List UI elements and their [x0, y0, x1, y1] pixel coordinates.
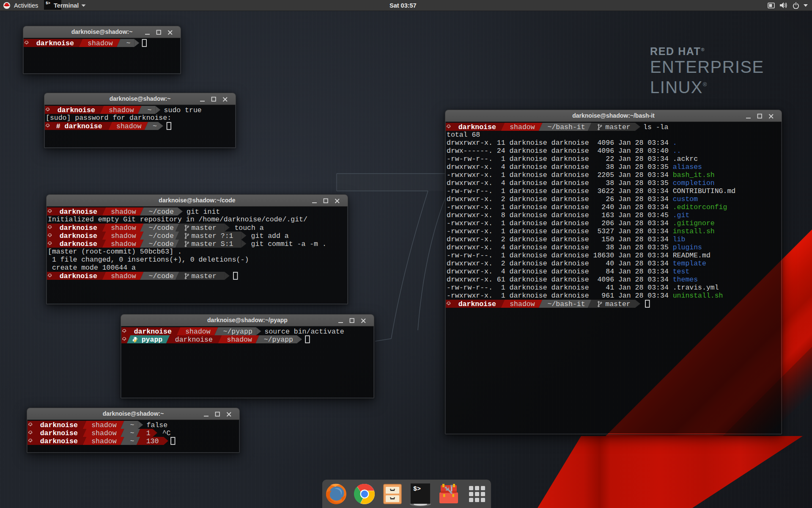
- svg-text:~/pyapp: ~/pyapp: [223, 327, 252, 335]
- svg-text:~/code: ~/code: [149, 224, 174, 232]
- svg-text:~/bash-it: ~/bash-it: [548, 123, 585, 131]
- svg-text:darknoise: darknoise: [60, 272, 97, 280]
- svg-text:shadow: shadow: [227, 335, 252, 343]
- svg-text:130: 130: [146, 437, 159, 445]
- svg-text:master S:1: master S:1: [192, 240, 233, 248]
- svg-text:darknoise: darknoise: [60, 207, 97, 215]
- svg-text:pyapp: pyapp: [142, 335, 163, 343]
- svg-text:darknoise: darknoise: [60, 224, 97, 232]
- svg-text:~/pyapp: ~/pyapp: [264, 335, 293, 343]
- svg-text:shadow: shadow: [91, 429, 117, 437]
- svg-text:darknoise: darknoise: [36, 39, 74, 47]
- svg-text:master: master: [192, 224, 217, 232]
- svg-text:~: ~: [147, 106, 151, 114]
- svg-text:master: master: [192, 272, 217, 280]
- svg-text:darknoise: darknoise: [60, 232, 97, 240]
- svg-text:ls -la: ls -la: [643, 123, 669, 131]
- svg-text:git add a: git add a: [251, 232, 289, 240]
- svg-text:1: 1: [146, 429, 151, 437]
- svg-text:shadow: shadow: [111, 207, 136, 215]
- svg-text:shadow: shadow: [510, 300, 535, 308]
- svg-text:git init: git init: [187, 207, 220, 215]
- svg-text:git commit -a -m .: git commit -a -m .: [251, 240, 326, 248]
- svg-text:shadow: shadow: [109, 106, 134, 114]
- svg-text:shadow: shadow: [91, 437, 117, 445]
- svg-text:darknoise: darknoise: [60, 240, 97, 248]
- svg-text:shadow: shadow: [111, 232, 136, 240]
- svg-text:darknoise: darknoise: [458, 123, 496, 131]
- svg-text:~: ~: [153, 122, 157, 130]
- svg-text:~: ~: [130, 429, 134, 437]
- svg-text:touch a: touch a: [234, 224, 263, 232]
- svg-text:shadow: shadow: [185, 327, 211, 335]
- svg-text:darknoise: darknoise: [134, 327, 172, 335]
- svg-text:shadow: shadow: [91, 421, 117, 429]
- svg-text:shadow: shadow: [88, 39, 113, 47]
- svg-text:master ?:1: master ?:1: [192, 232, 233, 240]
- svg-text:~/code: ~/code: [149, 207, 174, 215]
- svg-text:darknoise: darknoise: [458, 300, 496, 308]
- svg-text:darknoise: darknoise: [40, 421, 78, 429]
- svg-text:$>: $>: [413, 486, 421, 493]
- svg-text:~/code: ~/code: [149, 232, 174, 240]
- svg-text:master: master: [605, 300, 630, 308]
- svg-text:~/code: ~/code: [149, 272, 174, 280]
- svg-text:darknoise: darknoise: [58, 106, 95, 114]
- svg-text:# darknoise: # darknoise: [56, 122, 102, 130]
- svg-text:darknoise: darknoise: [40, 437, 78, 445]
- svg-text:$>: $>: [46, 1, 50, 6]
- svg-text:sudo true: sudo true: [164, 106, 202, 114]
- svg-text:source bin/activate: source bin/activate: [265, 327, 344, 335]
- svg-text:darknoise: darknoise: [175, 335, 213, 343]
- svg-text:shadow: shadow: [111, 224, 136, 232]
- svg-text:~: ~: [130, 421, 134, 429]
- svg-text:master: master: [605, 123, 630, 131]
- svg-text:~: ~: [126, 39, 130, 47]
- svg-text:shadow: shadow: [111, 272, 136, 280]
- svg-text:darknoise: darknoise: [40, 429, 78, 437]
- svg-text:shadow: shadow: [116, 122, 142, 130]
- svg-text:false: false: [147, 421, 168, 429]
- svg-text:^C: ^C: [162, 429, 171, 437]
- svg-text:shadow: shadow: [510, 123, 535, 131]
- svg-text:~/code: ~/code: [149, 240, 174, 248]
- svg-text:~/bash-it: ~/bash-it: [548, 300, 585, 308]
- svg-text:shadow: shadow: [111, 240, 136, 248]
- svg-text:~: ~: [130, 437, 134, 445]
